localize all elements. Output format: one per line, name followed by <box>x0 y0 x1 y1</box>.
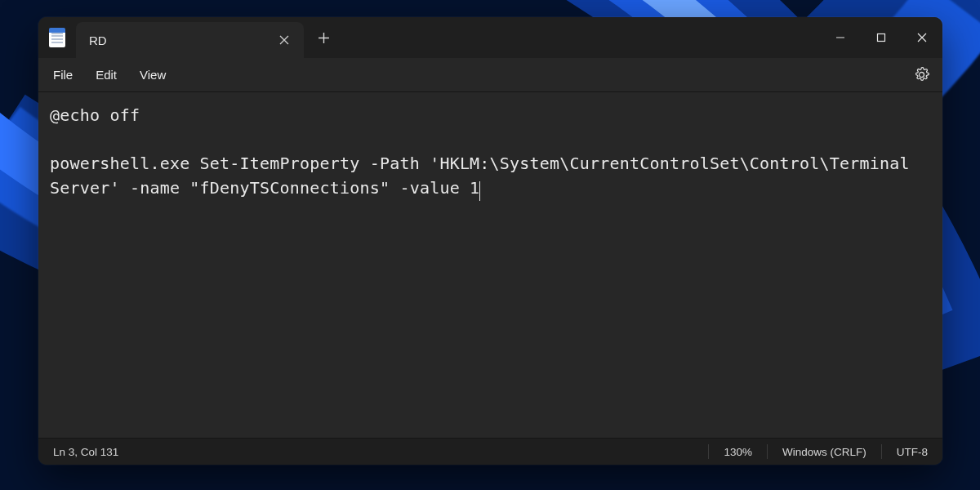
tab-active[interactable]: RD <box>76 22 304 58</box>
minimize-icon <box>835 33 845 42</box>
minimize-button[interactable] <box>820 17 861 58</box>
status-position[interactable]: Ln 3, Col 131 <box>38 439 133 465</box>
tab-title: RD <box>89 33 273 47</box>
titlebar[interactable]: RD <box>38 17 942 58</box>
text-caret <box>479 181 480 201</box>
statusbar: Ln 3, Col 131 130% Windows (CRLF) UTF-8 <box>38 438 942 465</box>
status-zoom[interactable]: 130% <box>709 439 767 465</box>
menu-edit[interactable]: Edit <box>84 63 128 87</box>
window-controls <box>820 17 942 58</box>
text-editor[interactable]: @echo off powershell.exe Set-ItemPropert… <box>38 92 942 438</box>
svg-rect-0 <box>878 34 885 42</box>
menu-view[interactable]: View <box>128 63 177 87</box>
gear-icon <box>914 67 929 82</box>
plus-icon <box>318 32 330 44</box>
new-tab-button[interactable] <box>304 17 343 58</box>
settings-button[interactable] <box>906 60 936 90</box>
close-icon <box>279 35 289 45</box>
app-icon <box>38 17 76 58</box>
maximize-icon <box>876 33 886 42</box>
status-line-ending[interactable]: Windows (CRLF) <box>768 439 881 465</box>
editor-content: @echo off powershell.exe Set-ItemPropert… <box>50 105 920 198</box>
close-icon <box>917 33 927 42</box>
close-window-button[interactable] <box>902 17 942 58</box>
menu-file[interactable]: File <box>45 63 84 87</box>
status-encoding[interactable]: UTF-8 <box>882 439 942 465</box>
tab-close-button[interactable] <box>273 29 296 51</box>
notepad-icon <box>49 28 65 47</box>
maximize-button[interactable] <box>861 17 902 58</box>
menubar: File Edit View <box>38 58 942 92</box>
notepad-window: RD File Edit View <box>38 17 942 465</box>
